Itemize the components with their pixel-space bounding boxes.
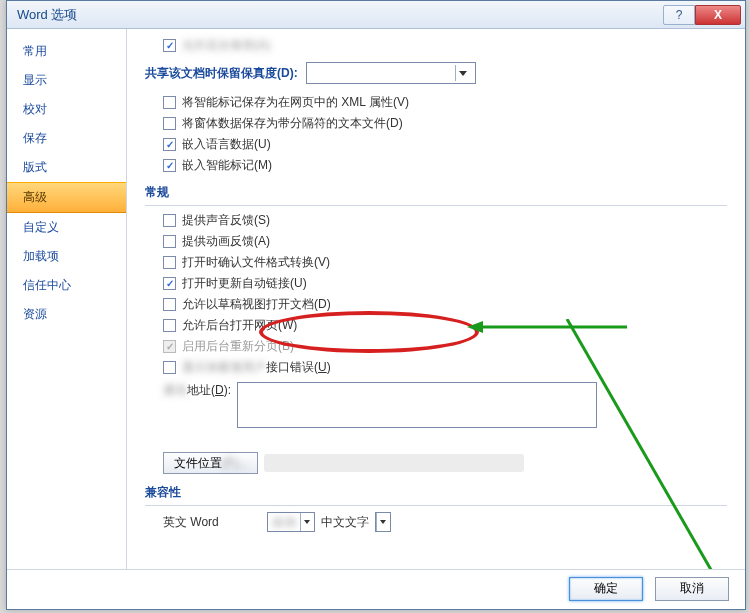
combo-value: 自动 <box>268 514 300 531</box>
cancel-button[interactable]: 取消 <box>655 577 729 601</box>
option-label: 允许以草稿视图打开文档(D) <box>182 296 331 313</box>
option-label: 嵌入语言数据(U) <box>182 136 271 153</box>
system-buttons: ? X <box>663 5 741 25</box>
sidebar-item-common[interactable]: 常用 <box>7 37 126 66</box>
option-label: 提供动画反馈(A) <box>182 233 270 250</box>
sidebar-item-addins[interactable]: 加载项 <box>7 242 126 271</box>
option-label: 显示加载项用户显示加载项用户接口错误(U)接口错误(U) <box>182 359 331 376</box>
option-label: 打开时更新自动链接(U) <box>182 275 307 292</box>
option-label: 将智能标记保存为在网页中的 XML 属性(V) <box>182 94 409 111</box>
share-line: 共享该文档时保留保真度(D): <box>145 62 727 84</box>
content-inner: 允许后台保存(A) 共享该文档时保留保真度(D): 将智能标记保存为在网页中的 … <box>127 29 745 546</box>
sidebar-item-proofing[interactable]: 校对 <box>7 95 126 124</box>
blurred-area <box>264 454 524 472</box>
chevron-down-icon <box>455 65 471 81</box>
option-row: 嵌入智能标记(M) <box>163 157 727 174</box>
checkbox[interactable] <box>163 159 176 172</box>
option-row: 提供动画反馈(A) <box>163 233 727 250</box>
compat-combo[interactable]: 自动 <box>267 512 315 532</box>
combo-value <box>311 65 359 82</box>
compat-prefix: 英文 Word <box>163 514 219 531</box>
address-textarea[interactable] <box>237 382 597 428</box>
option-row: 将窗体数据保存为带分隔符的文本文件(D) <box>163 115 727 132</box>
compat-combo2[interactable] <box>375 512 391 532</box>
file-location-button[interactable]: 文件位置(F)... <box>163 452 258 474</box>
share-label: 共享该文档时保留保真度(D): <box>145 65 298 82</box>
compat-suffix: 中文文字 <box>321 514 369 531</box>
blurred-text <box>225 514 261 531</box>
checkbox[interactable] <box>163 138 176 151</box>
option-label: 允许后台保存(A) <box>182 37 270 54</box>
content-pane[interactable]: 允许后台保存(A) 共享该文档时保留保真度(D): 将智能标记保存为在网页中的 … <box>127 29 745 569</box>
compat-row: 英文 Word 自动 中文文字 <box>163 512 727 532</box>
close-button[interactable]: X <box>695 5 741 25</box>
titlebar: Word 选项 ? X <box>7 1 745 29</box>
checkbox[interactable] <box>163 277 176 290</box>
sidebar-item-advanced[interactable]: 高级 <box>7 182 126 213</box>
option-label: 打开时确认文件格式转换(V) <box>182 254 330 271</box>
option-row: 启用后台重新分页(B) <box>163 338 727 355</box>
option-label: 嵌入智能标记(M) <box>182 157 272 174</box>
checkbox[interactable] <box>163 235 176 248</box>
dialog-footer: 确定 取消 <box>7 569 745 607</box>
checkbox[interactable] <box>163 298 176 311</box>
checkbox[interactable] <box>163 214 176 227</box>
section-compat: 兼容性 <box>145 484 727 506</box>
option-row-autolinks: 打开时更新自动链接(U) <box>163 275 727 292</box>
option-row: 允许后台打开网页(W) <box>163 317 727 334</box>
help-button[interactable]: ? <box>663 5 695 25</box>
sidebar-item-layout[interactable]: 版式 <box>7 153 126 182</box>
option-row: 提供声音反馈(S) <box>163 212 727 229</box>
address-row: 通讯地址(D): <box>163 382 727 428</box>
option-row: 将智能标记保存为在网页中的 XML 属性(V) <box>163 94 727 111</box>
option-row: 打开时确认文件格式转换(V) <box>163 254 727 271</box>
option-label: 启用后台重新分页(B) <box>182 338 294 355</box>
section-general: 常规 <box>145 184 727 206</box>
sidebar: 常用 显示 校对 保存 版式 高级 自定义 加载项 信任中心 资源 <box>7 29 127 569</box>
checkbox[interactable] <box>163 117 176 130</box>
sidebar-item-resources[interactable]: 资源 <box>7 300 126 329</box>
checkbox[interactable] <box>163 361 176 374</box>
address-label: 通讯地址(D): <box>163 382 231 399</box>
option-label: 将窗体数据保存为带分隔符的文本文件(D) <box>182 115 403 132</box>
sidebar-item-save[interactable]: 保存 <box>7 124 126 153</box>
ok-button[interactable]: 确定 <box>569 577 643 601</box>
chevron-down-icon <box>376 513 390 531</box>
dialog-body: 常用 显示 校对 保存 版式 高级 自定义 加载项 信任中心 资源 允许后台保存… <box>7 29 745 569</box>
chevron-down-icon <box>300 513 314 531</box>
option-row: 显示加载项用户显示加载项用户接口错误(U)接口错误(U) <box>163 359 727 376</box>
option-row: 嵌入语言数据(U) <box>163 136 727 153</box>
dialog-window: Word 选项 ? X 常用 显示 校对 保存 版式 高级 自定义 加载项 信任… <box>6 0 746 610</box>
checkbox[interactable] <box>163 256 176 269</box>
fileloc-row: 文件位置(F)... <box>163 452 727 474</box>
option-label: 提供声音反馈(S) <box>182 212 270 229</box>
window-title: Word 选项 <box>17 6 663 24</box>
sidebar-item-trust[interactable]: 信任中心 <box>7 271 126 300</box>
checkbox[interactable] <box>163 319 176 332</box>
checkbox[interactable] <box>163 96 176 109</box>
checkbox-disabled <box>163 340 176 353</box>
share-document-combo[interactable] <box>306 62 476 84</box>
sidebar-item-customize[interactable]: 自定义 <box>7 213 126 242</box>
sidebar-item-display[interactable]: 显示 <box>7 66 126 95</box>
option-label: 允许后台打开网页(W) <box>182 317 297 334</box>
option-row: 允许以草稿视图打开文档(D) <box>163 296 727 313</box>
checkbox[interactable] <box>163 39 176 52</box>
option-row: 允许后台保存(A) <box>163 37 727 54</box>
